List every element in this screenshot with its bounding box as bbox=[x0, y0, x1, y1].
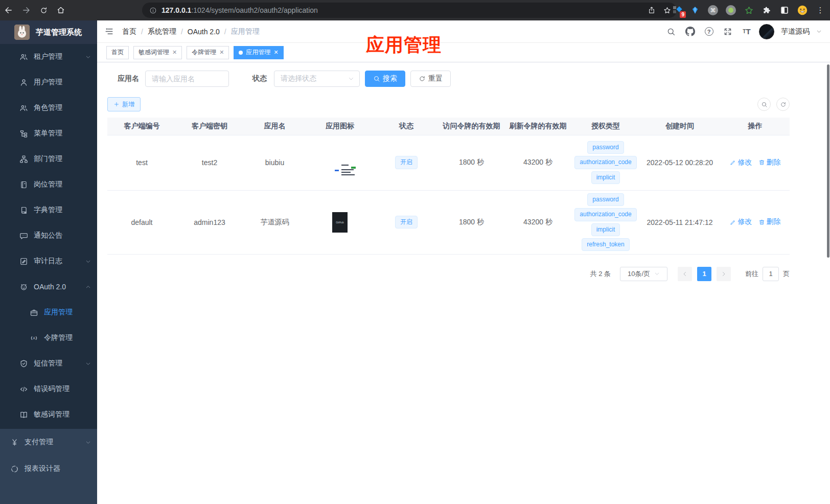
page-content: 应用名 状态 请选择状态 搜索 重置 新增 bbox=[97, 62, 830, 281]
cell-app-name: 芋道源码 bbox=[243, 190, 307, 254]
breadcrumb-oauth2[interactable]: OAuth 2.0 bbox=[188, 28, 220, 36]
grant-type-tag: authorization_code bbox=[574, 208, 636, 221]
applications-table: 客户端编号 客户端密钥 应用名 应用图标 状态 访问令牌的有效期 刷新令牌的有效… bbox=[107, 118, 790, 255]
edit-link-label: 修改 bbox=[738, 158, 752, 167]
users-icon bbox=[19, 53, 28, 61]
col-status: 状态 bbox=[373, 118, 440, 135]
sidebar-item-oauth2-application[interactable]: 应用管理 bbox=[0, 300, 97, 325]
col-access-ttl: 访问令牌的有效期 bbox=[440, 118, 503, 135]
sidebar-item-sms[interactable]: 短信管理 bbox=[0, 351, 97, 376]
app-name-input[interactable] bbox=[145, 71, 229, 87]
sidebar-item-label: 用户管理 bbox=[34, 78, 62, 87]
share-icon[interactable] bbox=[648, 6, 656, 14]
sidebar-item-oauth2[interactable]: OAuth 2.0 bbox=[0, 274, 97, 300]
tab-home[interactable]: 首页 bbox=[106, 46, 129, 59]
chevron-down-icon[interactable] bbox=[816, 29, 822, 34]
fullscreen-icon[interactable] bbox=[721, 25, 734, 38]
tab-sensitive-word[interactable]: 敏感词管理✕ bbox=[133, 46, 182, 59]
sidebar-item-notice[interactable]: 通知公告 bbox=[0, 223, 97, 248]
next-page-button[interactable] bbox=[717, 267, 731, 281]
breadcrumb-home[interactable]: 首页 bbox=[122, 27, 136, 36]
gem-extension-icon[interactable] bbox=[689, 5, 701, 16]
dark-mode-extension-icon[interactable] bbox=[779, 5, 790, 16]
cell-created-at: 2022-05-11 21:47:12 bbox=[639, 190, 721, 254]
table-row: default admin123 芋道源码 GitHub 开启 1800 秒 4… bbox=[107, 190, 790, 254]
yen-icon bbox=[10, 438, 19, 447]
shield-check-icon bbox=[19, 359, 28, 368]
hamburger-collapse-icon[interactable] bbox=[104, 27, 114, 36]
extensions-puzzle-icon[interactable] bbox=[761, 5, 772, 16]
profile-smiley-icon[interactable] bbox=[797, 5, 808, 16]
sidebar-item-dict[interactable]: 字典管理 bbox=[0, 197, 97, 223]
sidebar-item-dept[interactable]: 部门管理 bbox=[0, 146, 97, 172]
add-button[interactable]: 新增 bbox=[107, 97, 141, 111]
sidebar-item-role[interactable]: 角色管理 bbox=[0, 95, 97, 121]
sidebar-item-errcode[interactable]: 错误码管理 bbox=[0, 376, 97, 402]
cell-app-icon bbox=[307, 135, 373, 190]
breadcrumb-system[interactable]: 系统管理 bbox=[148, 27, 176, 36]
home-icon[interactable] bbox=[52, 0, 70, 20]
recorder-extension-icon[interactable] bbox=[725, 5, 736, 16]
cell-refresh-ttl: 43200 秒 bbox=[503, 190, 572, 254]
org-chart-icon bbox=[19, 155, 28, 164]
close-icon[interactable]: ✕ bbox=[172, 49, 177, 56]
reload-icon[interactable] bbox=[35, 0, 52, 20]
tab-application-active[interactable]: 应用管理✕ bbox=[234, 46, 283, 59]
segmented-circle-icon bbox=[10, 465, 19, 473]
search-button[interactable]: 搜索 bbox=[365, 71, 405, 87]
tab-token[interactable]: 令牌管理✕ bbox=[187, 46, 229, 59]
forward-icon[interactable] bbox=[17, 0, 35, 20]
close-icon[interactable]: ✕ bbox=[219, 49, 224, 56]
status-select[interactable]: 请选择状态 bbox=[274, 71, 360, 87]
edit-log-icon bbox=[19, 257, 28, 266]
page-size-select[interactable]: 10条/页 bbox=[620, 267, 667, 281]
prev-page-button[interactable] bbox=[678, 267, 692, 281]
red-annotation-text: 应用管理 bbox=[366, 36, 442, 54]
goto-page-input[interactable] bbox=[763, 267, 779, 281]
user-avatar[interactable] bbox=[759, 24, 774, 39]
reset-button[interactable]: 重置 bbox=[410, 71, 451, 87]
command-extension-icon[interactable]: ⌘ bbox=[707, 5, 719, 16]
browser-toolbar: 127.0.0.1:1024/system/oauth2/oauth2/appl… bbox=[0, 0, 830, 20]
refresh-button[interactable] bbox=[776, 98, 790, 111]
show-search-toggle-button[interactable] bbox=[757, 98, 771, 111]
tab-manager-extension-icon[interactable]: 9 bbox=[672, 5, 683, 16]
star-extension-icon[interactable] bbox=[743, 5, 754, 16]
cell-client-id: test bbox=[107, 135, 176, 190]
bookmark-star-icon[interactable] bbox=[663, 6, 672, 15]
current-page[interactable]: 1 bbox=[697, 267, 711, 281]
info-icon[interactable] bbox=[149, 7, 157, 14]
close-icon[interactable]: ✕ bbox=[273, 49, 278, 56]
menu-dots-icon[interactable]: ⋮ bbox=[815, 5, 826, 16]
sidebar-item-tenant[interactable]: 租户管理 bbox=[0, 44, 97, 70]
back-icon[interactable] bbox=[0, 0, 17, 20]
github-dark-thumbnail: GitHub bbox=[332, 212, 348, 233]
sidebar-item-label: 菜单管理 bbox=[34, 129, 62, 138]
edit-link[interactable]: 修改 bbox=[730, 158, 752, 167]
grant-type-tag: password bbox=[587, 193, 624, 206]
edit-link[interactable]: 修改 bbox=[730, 217, 752, 226]
font-size-icon[interactable]: TT bbox=[740, 25, 753, 38]
sidebar-item-sensitive-word[interactable]: 敏感词管理 bbox=[0, 402, 97, 427]
sidebar-item-audit-log[interactable]: 审计日志 bbox=[0, 248, 97, 274]
page-scrollbar[interactable] bbox=[827, 64, 829, 258]
open-book-icon bbox=[19, 410, 28, 419]
sidebar-item-user[interactable]: 用户管理 bbox=[0, 70, 97, 95]
sidebar-item-report-designer[interactable]: 报表设计器 bbox=[0, 455, 97, 482]
tab-label: 令牌管理 bbox=[192, 48, 216, 57]
cell-access-ttl: 1800 秒 bbox=[440, 190, 503, 254]
sidebar-item-oauth2-token[interactable]: A 令牌管理 bbox=[0, 325, 97, 351]
help-icon[interactable]: ? bbox=[702, 25, 716, 38]
search-icon[interactable] bbox=[664, 25, 678, 38]
github-icon[interactable] bbox=[683, 25, 697, 38]
message-icon bbox=[19, 232, 28, 240]
sidebar-item-payment[interactable]: 支付管理 bbox=[0, 429, 97, 455]
delete-link[interactable]: 删除 bbox=[758, 217, 781, 226]
tab-label: 首页 bbox=[111, 48, 124, 57]
user-name[interactable]: 芋道源码 bbox=[781, 27, 810, 36]
sidebar-item-menu[interactable]: 菜单管理 bbox=[0, 121, 97, 146]
delete-link[interactable]: 删除 bbox=[758, 158, 781, 167]
breadcrumb: 首页 / 系统管理 / OAuth 2.0 / 应用管理 bbox=[122, 27, 260, 36]
sidebar-item-post[interactable]: 岗位管理 bbox=[0, 172, 97, 197]
address-bar[interactable]: 127.0.0.1:1024/system/oauth2/oauth2/appl… bbox=[142, 3, 677, 18]
